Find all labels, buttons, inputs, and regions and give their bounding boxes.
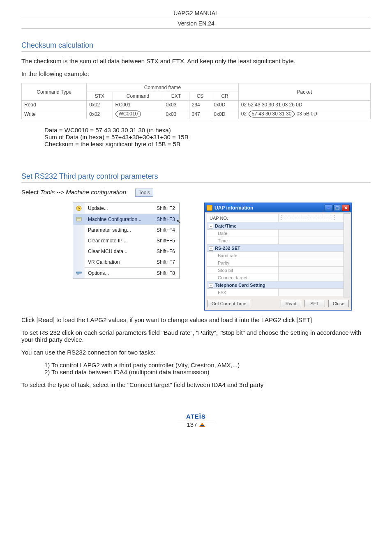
maximize-button[interactable]: ▢ [333,205,341,211]
options-icon [73,270,85,276]
scrollbar[interactable] [344,213,350,297]
prop-row-uapno[interactable]: UAP NO. [207,214,350,222]
prop-row[interactable]: Baud rate [207,252,350,259]
prop-group-rs232[interactable]: -RS-232 SET [207,244,350,252]
prop-group-datetime[interactable]: -Date/Time [207,222,350,230]
logo-triangle-icon [199,423,205,427]
tools-dropdown-menu: Update... Shift+F2 Machine Configuration… [73,203,180,279]
col-stx: STX [87,92,113,101]
menu-item-clear-mcu[interactable]: Clear MCU data... Shift+F6 [73,246,179,257]
page-number: 137 [187,421,197,428]
prop-row[interactable]: Connect target [207,274,350,281]
col-command-frame: Command frame [87,83,239,92]
prop-row[interactable]: Parity [207,259,350,267]
minimize-button[interactable]: – [325,205,332,211]
collapse-icon[interactable]: - [209,224,213,228]
svg-rect-3 [76,272,81,273]
ateis-logo: ATEÏS [21,413,371,420]
menu-item-update[interactable]: Update... Shift+F2 [73,203,179,214]
circled-wc0010: WC0010 [115,111,141,117]
close-button[interactable]: ✕ [342,205,350,211]
update-icon [73,205,85,212]
task-list: 1) To control LAPG2 with a third party c… [44,362,371,375]
checksum-example: In the following example: [21,70,371,77]
col-cs: CS [189,92,211,101]
prop-row[interactable]: Time [207,237,350,244]
set-button[interactable]: SET [304,300,325,307]
menu-item-vr-calibration[interactable]: VR Calibration Shift+F7 [73,257,179,267]
command-table: Command Type Command frame Packet STX Co… [21,83,371,119]
collapse-icon[interactable]: - [209,246,213,251]
p-select-type: To select the type of task, select in th… [21,381,371,388]
page-footer: ATEÏS 137 [21,413,371,428]
collapse-icon[interactable]: - [209,283,213,288]
p-set-rs232: To set RS 232 click on each serial param… [21,329,371,343]
section-heading-rs232: Set RS232 Third party control parameters [21,172,371,183]
document-header: UAPG2 MANUAL Version EN.24 [21,7,371,29]
checksum-calculation-steps: Data = WC0010 = 57 43 30 30 31 30 (in he… [44,127,371,147]
p-two-tasks: You can use the RS232 connection for two… [21,349,371,356]
p-click-read: Click [Read] to load the LAPG2 values, i… [21,316,371,323]
tools-button[interactable]: Tools [135,189,153,197]
checksum-intro: The checksum is the sum of all data betw… [21,58,371,64]
machine-config-icon [73,216,85,223]
manual-version: Version EN.24 [21,18,371,29]
prop-row[interactable]: Date [207,230,350,237]
menu-item-param-setting[interactable]: Parameter setting... Shift+F4 [73,225,179,235]
table-row: Read 0x02 RC001 0x03 294 0x0D 02 52 43 3… [22,101,371,109]
property-grid: UAP NO. -Date/Time Date Time -RS-232 SET… [207,214,350,296]
col-ext: EXT [163,92,189,101]
close-window-button[interactable]: Close [328,300,349,307]
select-tools-line: Select Tools --> Machine configuration T… [21,189,371,197]
uap-information-window: UAP information – ▢ ✕ UAP NO. -Date/Time [204,203,352,311]
cursor-icon: ↖ [176,218,182,225]
svg-rect-1 [76,217,81,221]
prop-group-telephone[interactable]: -Telephone Card Setting [207,281,350,289]
menu-item-clear-remote-ip[interactable]: Clear remote IP ... Shift+F5 [73,235,179,246]
app-icon [207,205,212,211]
uapno-value[interactable] [281,215,334,220]
menu-item-options[interactable]: Options... Shift+F8 [73,268,179,279]
get-current-time-button[interactable]: Get Current Time [208,300,250,307]
col-cr: CR [211,92,239,101]
circled-packet-bytes: 57 43 30 30 31 30 [249,111,295,117]
window-titlebar[interactable]: UAP information – ▢ ✕ [205,203,351,212]
prop-row[interactable]: FSK [207,289,350,296]
read-button[interactable]: Read [281,300,301,307]
col-command-type: Command Type [22,83,87,101]
col-command: Command [113,92,163,101]
svg-rect-4 [77,274,78,275]
svg-rect-2 [77,218,81,219]
menu-item-machine-config[interactable]: Machine Configuration... Shift+F3 [73,214,179,225]
manual-title: UAPG2 MANUAL [21,7,371,18]
section-heading-checksum: Checksum calculation [21,41,371,52]
prop-row[interactable]: Stop bit [207,267,350,274]
table-row: Write 0x02 WC0010 0x03 347 0x0D 02 57 43… [22,109,371,119]
col-packet: Packet [238,83,370,101]
